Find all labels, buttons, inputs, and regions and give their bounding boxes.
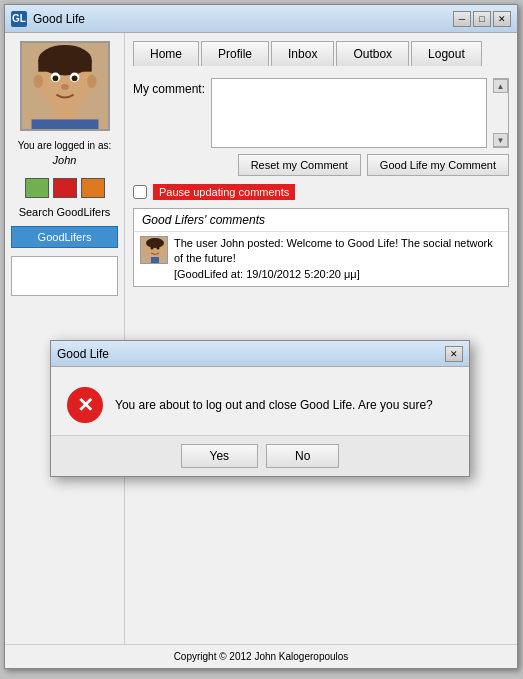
svg-point-9 xyxy=(71,75,77,81)
comment-row: My comment: ▲ ▼ xyxy=(133,78,509,148)
pause-label: Pause updating comments xyxy=(153,184,295,200)
svg-point-4 xyxy=(33,75,43,88)
avatar xyxy=(20,41,110,131)
sidebar-list xyxy=(11,256,118,296)
comment-scrollbar: ▲ ▼ xyxy=(493,78,509,148)
commenter-avatar xyxy=(140,236,168,264)
sidebar: You are logged in as: John Search GoodLi… xyxy=(5,33,125,644)
title-bar: GL Good Life ─ □ ✕ xyxy=(5,5,517,33)
color-buttons xyxy=(25,178,105,198)
footer: Copyright © 2012 John Kalogeropoulos xyxy=(5,644,517,668)
comment-buttons: Reset my Comment Good Life my Comment xyxy=(133,154,509,176)
logout-dialog: Good Life ✕ ✕ You are about to log out a… xyxy=(50,340,470,477)
comments-header: Good Lifers' comments xyxy=(134,209,508,232)
reset-comment-button[interactable]: Reset my Comment xyxy=(238,154,361,176)
svg-point-17 xyxy=(157,247,160,250)
color-red-button[interactable] xyxy=(53,178,77,198)
nav-tabs: Home Profile Inbox Outbox Logout xyxy=(133,41,509,66)
svg-rect-12 xyxy=(31,119,98,129)
main-window: GL Good Life ─ □ ✕ xyxy=(4,4,518,669)
tab-profile[interactable]: Profile xyxy=(201,41,269,66)
comment-item: The user John posted: Welcome to Good Li… xyxy=(134,232,508,286)
search-goodlifers-label: Search GoodLifers xyxy=(19,206,111,218)
app-title: Good Life xyxy=(33,12,453,26)
error-icon: ✕ xyxy=(67,387,103,423)
tab-logout[interactable]: Logout xyxy=(411,41,482,66)
login-status: You are logged in as: John xyxy=(18,139,112,168)
tab-inbox[interactable]: Inbox xyxy=(271,41,334,66)
app-icon: GL xyxy=(11,11,27,27)
window-controls: ─ □ ✕ xyxy=(453,11,511,27)
pause-checkbox[interactable] xyxy=(133,185,147,199)
tab-outbox[interactable]: Outbox xyxy=(336,41,409,66)
svg-rect-3 xyxy=(38,60,92,71)
comments-box: Good Lifers' comments xyxy=(133,208,509,287)
comment-section: My comment: ▲ ▼ Reset my Comment Good Li… xyxy=(133,78,509,287)
no-button[interactable]: No xyxy=(266,444,339,468)
main-content: Home Profile Inbox Outbox Logout My comm… xyxy=(125,33,517,644)
svg-point-10 xyxy=(61,84,69,90)
svg-point-8 xyxy=(52,75,58,81)
footer-text: Copyright © 2012 John Kalogeropoulos xyxy=(174,651,349,662)
scroll-down-arrow[interactable]: ▼ xyxy=(493,133,508,147)
svg-point-15 xyxy=(146,238,164,248)
svg-point-16 xyxy=(151,247,154,250)
yes-button[interactable]: Yes xyxy=(181,444,259,468)
goodlife-comment-button[interactable]: Good Life my Comment xyxy=(367,154,509,176)
pause-row: Pause updating comments xyxy=(133,184,509,200)
comment-content: The user John posted: Welcome to Good Li… xyxy=(174,236,502,282)
username: John xyxy=(18,153,112,168)
dialog-footer: Yes No xyxy=(51,435,469,476)
svg-point-5 xyxy=(86,75,96,88)
close-button[interactable]: ✕ xyxy=(493,11,511,27)
comment-textarea[interactable] xyxy=(211,78,487,148)
maximize-button[interactable]: □ xyxy=(473,11,491,27)
dialog-close-button[interactable]: ✕ xyxy=(445,346,463,362)
tab-home[interactable]: Home xyxy=(133,41,199,66)
dialog-title: Good Life xyxy=(57,347,445,361)
svg-rect-18 xyxy=(151,257,159,264)
color-green-button[interactable] xyxy=(25,178,49,198)
search-goodlifers-button[interactable]: GoodLifers xyxy=(11,226,118,248)
dialog-message: You are about to log out and close Good … xyxy=(115,396,433,414)
comment-label: My comment: xyxy=(133,78,205,96)
dialog-title-bar: Good Life ✕ xyxy=(51,341,469,367)
content-area: You are logged in as: John Search GoodLi… xyxy=(5,33,517,644)
color-orange-button[interactable] xyxy=(81,178,105,198)
dialog-content: ✕ You are about to log out and close Goo… xyxy=(51,367,469,435)
scroll-up-arrow[interactable]: ▲ xyxy=(493,79,508,93)
minimize-button[interactable]: ─ xyxy=(453,11,471,27)
